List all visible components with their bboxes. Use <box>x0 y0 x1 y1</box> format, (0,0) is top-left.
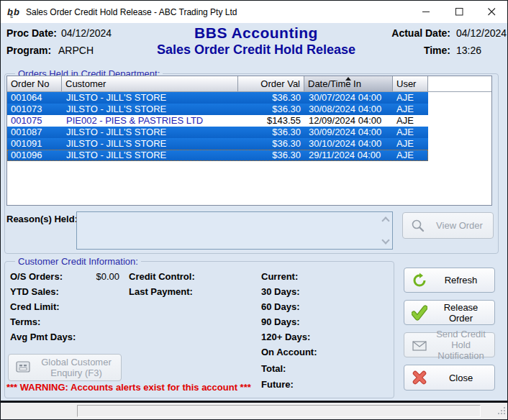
view-order-button[interactable]: View Order <box>402 212 494 239</box>
minimize-button[interactable] <box>409 1 443 23</box>
refresh-button[interactable]: Refresh <box>404 268 495 293</box>
cell-date-time-in: 30/08/2024 04:00 <box>304 104 393 115</box>
days120-label: 120+ Days: <box>261 332 310 342</box>
orders-grid: Order NoCustomerOrder ValDate/Time InUse… <box>6 76 492 206</box>
cell-order-val: $36.30 <box>238 104 304 115</box>
program-label: Program: <box>6 45 51 56</box>
cell-customer: JILSTO - JILL'S STORE <box>62 138 238 150</box>
on-account-label: On Account: <box>261 347 317 357</box>
column-header-order-no[interactable]: Order No <box>7 76 62 91</box>
terms-label: Terms: <box>10 316 40 327</box>
title-bar: b s b Sales Order Credit Hold Release - … <box>1 1 507 23</box>
magnifier-icon <box>410 218 426 234</box>
view-order-label: View Order <box>426 220 493 231</box>
time-value: 13:26 <box>456 45 481 56</box>
resize-grip[interactable] <box>497 405 506 418</box>
cell-order-no: 001091 <box>7 138 62 150</box>
order-row-001073[interactable]: 001073JILSTO - JILL'S STORE$36.3030/08/2… <box>7 104 428 115</box>
cell-user: AJE <box>393 104 428 115</box>
grid-header-filler <box>428 76 491 91</box>
cell-order-val: $143.55 <box>238 115 304 127</box>
send-credit-hold-notification-label: Send Credit Hold Notification <box>427 329 494 361</box>
accounts-warning-text: *** WARNING: Accounts alerts exist for t… <box>6 382 251 393</box>
close-label: Close <box>427 373 494 383</box>
send-credit-hold-notification-button[interactable]: Send Credit Hold Notification <box>404 332 495 357</box>
cell-date-time-in: 30/10/2024 04:00 <box>304 138 393 150</box>
cell-customer: PIE002 - PIES & PASTRIES LTD <box>62 115 238 127</box>
order-row-001087[interactable]: 001087JILSTO - JILL'S STORE$36.3030/09/2… <box>7 127 428 138</box>
order-row-001091[interactable]: 001091JILSTO - JILL'S STORE$36.3030/10/2… <box>7 138 428 150</box>
time-label: Time: <box>375 45 450 56</box>
scroll-up-icon[interactable] <box>381 216 389 224</box>
column-header-label: Order Val <box>260 78 300 89</box>
actual-date-label: Actual Date: <box>375 27 450 39</box>
enquiry-terminal-icon <box>14 360 32 375</box>
cell-customer: JILSTO - JILL'S STORE <box>62 104 238 115</box>
order-row-001096[interactable]: 001096JILSTO - JILL'S STORE$36.3029/11/2… <box>7 150 428 161</box>
cell-customer: JILSTO - JILL'S STORE <box>62 150 238 161</box>
total-label: Total: <box>261 363 286 374</box>
envelope-icon <box>412 339 427 352</box>
cell-order-no: 001087 <box>7 127 62 138</box>
global-customer-enquiry-label: Global Customer Enquiry (F3) <box>32 357 121 378</box>
current-label: Current: <box>261 271 298 282</box>
close-button[interactable]: Close <box>404 365 495 391</box>
column-header-label: Order No <box>11 78 49 89</box>
reason-held-textarea[interactable] <box>76 211 393 250</box>
close-x-icon <box>412 370 427 385</box>
future-label: Future: <box>261 379 294 390</box>
cell-order-val: $36.30 <box>238 92 304 104</box>
ytd-sales-label: YTD Sales: <box>10 286 59 297</box>
os-orders-label: O/S Orders: <box>10 271 63 282</box>
cell-order-val: $36.30 <box>238 127 304 138</box>
app-window: b s b Sales Order Credit Hold Release - … <box>0 0 508 420</box>
close-window-button[interactable] <box>476 1 507 23</box>
scroll-down-icon[interactable] <box>381 236 389 244</box>
global-customer-enquiry-button[interactable]: Global Customer Enquiry (F3) <box>8 354 122 381</box>
column-header-order-val[interactable]: Order Val <box>238 76 304 91</box>
status-bar <box>1 401 507 419</box>
column-header-customer[interactable]: Customer <box>62 76 238 91</box>
cell-date-time-in: 30/09/2024 04:00 <box>304 127 393 138</box>
cell-user: AJE <box>393 127 428 138</box>
column-header-label: User <box>396 78 416 89</box>
release-order-label: Release Order <box>427 302 494 324</box>
order-row-001075[interactable]: 001075PIE002 - PIES & PASTRIES LTD$143.5… <box>7 115 428 127</box>
svg-text:b: b <box>14 6 19 17</box>
column-header-user[interactable]: User <box>393 76 428 91</box>
screen-title: Sales Order Credit Hold Release <box>101 42 411 58</box>
status-panel <box>77 405 481 417</box>
sort-asc-icon <box>345 77 351 81</box>
svg-text:s: s <box>10 13 13 19</box>
release-order-button[interactable]: Release Order <box>404 300 495 325</box>
column-header-date-time-in[interactable]: Date/Time In <box>304 76 393 91</box>
cell-order-no: 001073 <box>7 104 62 115</box>
window-title: Sales Order Credit Hold Release - ABC Tr… <box>26 7 237 17</box>
program-value: ARPCH <box>58 45 94 56</box>
cell-order-no: 001075 <box>7 115 62 127</box>
app-title: BBS Accounting <box>101 24 411 42</box>
avg-pmt-days-label: Avg Pmt Days: <box>10 332 76 342</box>
days90-label: 90 Days: <box>261 316 299 327</box>
days60-label: 60 Days: <box>261 301 299 312</box>
refresh-icon <box>412 273 427 288</box>
refresh-label: Refresh <box>427 275 494 286</box>
cell-user: AJE <box>393 115 428 127</box>
cell-user: AJE <box>393 92 428 104</box>
os-orders-value: $0.00 <box>69 271 119 282</box>
maximize-button[interactable] <box>443 1 476 23</box>
proc-date-label: Proc Date: <box>6 27 57 39</box>
cell-user: AJE <box>393 150 428 161</box>
check-icon <box>412 305 427 321</box>
cell-user: AJE <box>393 138 428 150</box>
cell-order-val: $36.30 <box>238 150 304 161</box>
grid-body: 001064JILSTO - JILL'S STORE$36.3030/07/2… <box>7 92 491 161</box>
days30-label: 30 Days: <box>261 286 299 297</box>
actual-date-value: 04/12/2024 <box>456 27 507 39</box>
credit-control-label: Credit Control: <box>129 271 195 282</box>
cell-date-time-in: 29/11/2024 04:00 <box>304 150 393 161</box>
cell-customer: JILSTO - JILL'S STORE <box>62 127 238 138</box>
customer-credit-title: Customer Credit Information: <box>15 256 141 267</box>
app-logo-icon: b s b <box>7 6 20 19</box>
order-row-001064[interactable]: 001064JILSTO - JILL'S STORE$36.3030/07/2… <box>7 92 428 104</box>
